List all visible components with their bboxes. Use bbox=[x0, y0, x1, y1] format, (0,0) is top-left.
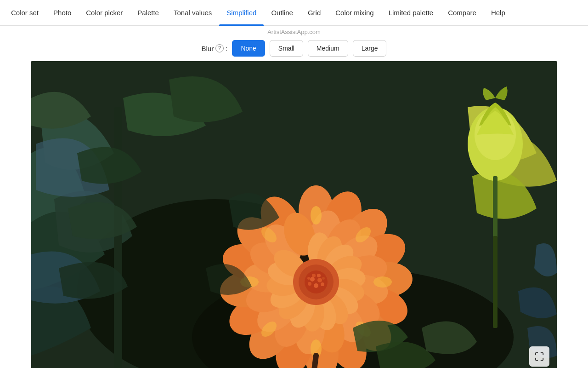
svg-rect-76 bbox=[493, 236, 498, 328]
fullscreen-button[interactable] bbox=[529, 346, 549, 367]
svg-point-59 bbox=[310, 277, 315, 282]
main-content: ArtistAssistApp.com Blur ?: NoneSmallMed… bbox=[0, 26, 588, 368]
svg-point-61 bbox=[314, 283, 318, 288]
nav-item-photo[interactable]: Photo bbox=[46, 0, 79, 26]
nav-item-palette[interactable]: Palette bbox=[130, 0, 166, 26]
svg-point-62 bbox=[308, 282, 311, 286]
nav-item-compare[interactable]: Compare bbox=[441, 0, 484, 26]
nav-item-color-set[interactable]: Color set bbox=[4, 0, 46, 26]
flower-svg bbox=[31, 61, 557, 368]
blur-option-medium[interactable]: Medium bbox=[308, 40, 348, 57]
blur-option-none[interactable]: None bbox=[232, 40, 265, 57]
svg-point-67 bbox=[307, 277, 310, 280]
svg-point-69 bbox=[373, 276, 392, 288]
svg-rect-6 bbox=[493, 176, 498, 245]
svg-point-68 bbox=[311, 206, 322, 224]
flower-image bbox=[31, 61, 557, 368]
nav-item-grid[interactable]: Grid bbox=[300, 0, 328, 26]
nav-item-color-mixing[interactable]: Color mixing bbox=[328, 0, 381, 26]
blur-help-icon[interactable]: ? bbox=[215, 44, 224, 52]
svg-point-58 bbox=[305, 270, 328, 293]
svg-point-60 bbox=[317, 278, 322, 282]
watermark: ArtistAssistApp.com bbox=[267, 26, 321, 36]
svg-point-63 bbox=[321, 282, 324, 286]
nav-item-outline[interactable]: Outline bbox=[264, 0, 300, 26]
svg-rect-3 bbox=[114, 107, 122, 368]
navbar: Color setPhotoColor pickerPaletteTonal v… bbox=[0, 0, 588, 26]
nav-item-help[interactable]: Help bbox=[484, 0, 513, 26]
nav-item-tonal-values[interactable]: Tonal values bbox=[166, 0, 219, 26]
image-container bbox=[31, 61, 557, 368]
nav-item-color-picker[interactable]: Color picker bbox=[79, 0, 130, 26]
blur-controls: Blur ?: NoneSmallMediumLarge bbox=[202, 36, 387, 61]
blur-option-large[interactable]: Large bbox=[353, 40, 387, 57]
svg-point-66 bbox=[322, 277, 325, 280]
svg-point-64 bbox=[312, 274, 316, 277]
blur-label: Blur ?: bbox=[202, 44, 228, 52]
blur-option-small[interactable]: Small bbox=[270, 40, 303, 57]
nav-item-simplified[interactable]: Simplified bbox=[219, 0, 264, 26]
nav-item-limited-palette[interactable]: Limited palette bbox=[381, 0, 441, 26]
svg-point-65 bbox=[317, 274, 321, 277]
